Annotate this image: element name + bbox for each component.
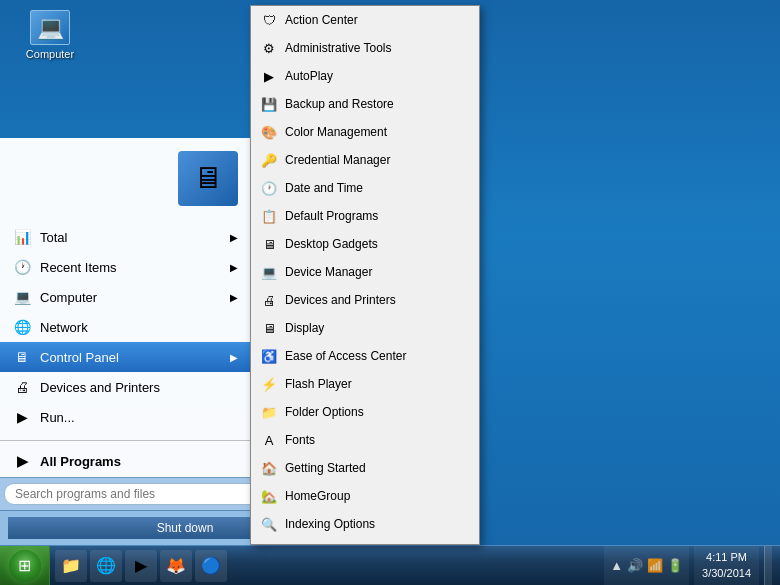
menu-item-recent[interactable]: 🕐 Recent Items ▶ [0, 252, 250, 282]
cp-item-9[interactable]: 💻Device Manager [251, 258, 479, 286]
cp-item-18[interactable]: 🔍Indexing Options [251, 510, 479, 538]
cp-item-icon-16: 🏠 [259, 458, 279, 478]
show-desktop-button[interactable] [764, 546, 772, 586]
start-menu-items: 📊 Total ▶ 🕐 Recent Items ▶ 💻 Computer ▶ [0, 218, 250, 436]
cp-item-label-15: Fonts [285, 433, 315, 447]
cp-item-label-10: Devices and Printers [285, 293, 396, 307]
cp-item-19[interactable]: 🌐Internet Options [251, 538, 479, 545]
cp-item-icon-9: 💻 [259, 262, 279, 282]
total-arrow: ▶ [230, 232, 238, 243]
tray-battery-icon[interactable]: 🔋 [667, 558, 683, 573]
cp-item-icon-19: 🌐 [259, 542, 279, 545]
program-icon: 🖥 [178, 151, 238, 206]
cp-item-7[interactable]: 📋Default Programs [251, 202, 479, 230]
cp-item-icon-1: ⚙ [259, 38, 279, 58]
cp-item-10[interactable]: 🖨Devices and Printers [251, 286, 479, 314]
taskbar-extra-button[interactable]: 🔵 [195, 550, 227, 582]
network-icon: 🌐 [12, 317, 32, 337]
cp-item-label-2: AutoPlay [285, 69, 333, 83]
desktop: 💻 Computer 🖥 📊 Total ▶ 🕐 [0, 0, 780, 585]
menu-item-total[interactable]: 📊 Total ▶ [0, 222, 250, 252]
clock-area[interactable]: 4:11 PM 3/30/2014 [694, 546, 759, 585]
all-programs-row[interactable]: ▶ All Programs [0, 445, 250, 477]
all-programs-label: All Programs [40, 454, 121, 469]
cp-item-icon-18: 🔍 [259, 514, 279, 534]
computer-icon: 💻 [30, 10, 70, 45]
recent-icon: 🕐 [12, 257, 32, 277]
cp-item-12[interactable]: ♿Ease of Access Center [251, 342, 479, 370]
cp-item-16[interactable]: 🏠Getting Started [251, 454, 479, 482]
taskbar-media-button[interactable]: ▶ [125, 550, 157, 582]
total-icon: 📊 [12, 227, 32, 247]
cp-item-icon-17: 🏡 [259, 486, 279, 506]
menu-item-network-label: Network [40, 320, 88, 335]
cp-item-icon-3: 💾 [259, 94, 279, 114]
clock-date: 3/30/2014 [702, 566, 751, 581]
cp-item-label-11: Display [285, 321, 324, 335]
cp-item-label-0: Action Center [285, 13, 358, 27]
cp-item-label-17: HomeGroup [285, 489, 350, 503]
cp-item-label-8: Desktop Gadgets [285, 237, 378, 251]
clock-time: 4:11 PM [706, 550, 747, 565]
computer-menu-icon: 💻 [12, 287, 32, 307]
cp-item-15[interactable]: AFonts [251, 426, 479, 454]
cp-item-6[interactable]: 🕐Date and Time [251, 174, 479, 202]
cp-item-4[interactable]: 🎨Color Management [251, 118, 479, 146]
menu-item-devices[interactable]: 🖨 Devices and Printers [0, 372, 250, 402]
cp-item-icon-4: 🎨 [259, 122, 279, 142]
firefox-icon: 🦊 [166, 556, 186, 575]
menu-divider [0, 440, 250, 441]
cp-item-icon-0: 🛡 [259, 10, 279, 30]
menu-item-computer-label: Computer [40, 290, 97, 305]
cp-item-icon-15: A [259, 430, 279, 450]
cp-item-icon-13: ⚡ [259, 374, 279, 394]
menu-item-network[interactable]: 🌐 Network [0, 312, 250, 342]
computer-icon-label: Computer [26, 48, 74, 60]
ie-icon: 🌐 [96, 556, 116, 575]
cp-item-label-14: Folder Options [285, 405, 364, 419]
recent-arrow: ▶ [230, 262, 238, 273]
cp-item-label-5: Credential Manager [285, 153, 390, 167]
cp-item-1[interactable]: ⚙Administrative Tools [251, 34, 479, 62]
menu-item-control-panel-label: Control Panel [40, 350, 119, 365]
cp-item-icon-12: ♿ [259, 346, 279, 366]
control-panel-icon: 🖥 [12, 347, 32, 367]
cp-item-3[interactable]: 💾Backup and Restore [251, 90, 479, 118]
cp-item-icon-6: 🕐 [259, 178, 279, 198]
all-programs-icon: ▶ [12, 451, 32, 471]
start-orb: ⊞ [9, 550, 41, 582]
cp-item-icon-7: 📋 [259, 206, 279, 226]
cp-item-icon-8: 🖥 [259, 234, 279, 254]
menu-item-run[interactable]: ▶ Run... [0, 402, 250, 432]
computer-desktop-icon[interactable]: 💻 Computer [15, 10, 85, 60]
cp-item-0[interactable]: 🛡Action Center [251, 6, 479, 34]
cp-item-label-18: Indexing Options [285, 517, 375, 531]
cp-item-2[interactable]: ▶AutoPlay [251, 62, 479, 90]
start-menu-program-image: 🖥 [0, 138, 250, 218]
cp-item-17[interactable]: 🏡HomeGroup [251, 482, 479, 510]
tray-network-icon[interactable]: 📶 [647, 558, 663, 573]
menu-item-control-panel[interactable]: 🖥 Control Panel ▶ [0, 342, 250, 372]
menu-item-recent-label: Recent Items [40, 260, 117, 275]
cp-item-5[interactable]: 🔑Credential Manager [251, 146, 479, 174]
devices-icon: 🖨 [12, 377, 32, 397]
cp-item-8[interactable]: 🖥Desktop Gadgets [251, 230, 479, 258]
cp-item-label-7: Default Programs [285, 209, 378, 223]
control-panel-arrow: ▶ [230, 352, 238, 363]
cp-item-label-12: Ease of Access Center [285, 349, 406, 363]
start-button[interactable]: ⊞ [0, 546, 50, 586]
tray-icon-1: ▲ [610, 558, 623, 573]
cp-item-13[interactable]: ⚡Flash Player [251, 370, 479, 398]
explorer-icon: 📁 [61, 556, 81, 575]
cp-item-11[interactable]: 🖥Display [251, 314, 479, 342]
media-icon: ▶ [135, 556, 147, 575]
taskbar-firefox-button[interactable]: 🦊 [160, 550, 192, 582]
cp-item-icon-2: ▶ [259, 66, 279, 86]
menu-item-computer[interactable]: 💻 Computer ▶ [0, 282, 250, 312]
cp-item-icon-5: 🔑 [259, 150, 279, 170]
tray-speaker-icon[interactable]: 🔊 [627, 558, 643, 573]
cp-item-14[interactable]: 📁Folder Options [251, 398, 479, 426]
cp-item-label-3: Backup and Restore [285, 97, 394, 111]
taskbar-ie-button[interactable]: 🌐 [90, 550, 122, 582]
taskbar-explorer-button[interactable]: 📁 [55, 550, 87, 582]
